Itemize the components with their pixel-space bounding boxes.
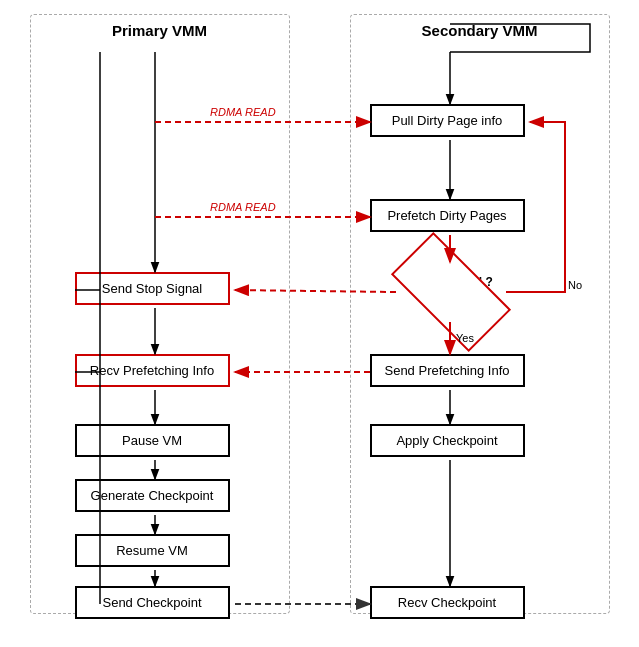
generate-checkpoint-label: Generate Checkpoint — [75, 479, 230, 512]
resume-vm-box: Resume VM — [75, 534, 235, 567]
pause-vm-label: Pause VM — [75, 424, 230, 457]
recv-checkpoint-label: Recv Checkpoint — [370, 586, 525, 619]
diagram-container: Primary VMM Secondary VMM Send Stop Sign… — [20, 14, 620, 634]
send-checkpoint-label: Send Checkpoint — [75, 586, 230, 619]
apply-checkpoint-label: Apply Checkpoint — [370, 424, 525, 457]
resume-vm-label: Resume VM — [75, 534, 230, 567]
recv-prefetching-info-label: Recv Prefetching Info — [75, 354, 230, 387]
prefetch-dirty-pages-label: Prefetch Dirty Pages — [370, 199, 525, 232]
send-stop-signal-box: Send Stop Signal — [75, 272, 235, 305]
send-prefetching-info-box: Send Prefetching Info — [370, 354, 530, 387]
secondary-title: Secondary VMM — [350, 22, 610, 39]
apply-checkpoint-box: Apply Checkpoint — [370, 424, 530, 457]
pull-dirty-page-label: Pull Dirty Page info — [370, 104, 525, 137]
pull-dirty-page-box: Pull Dirty Page info — [370, 104, 530, 137]
primary-title: Primary VMM — [30, 22, 290, 39]
generate-checkpoint-box: Generate Checkpoint — [75, 479, 235, 512]
recv-checkpoint-box: Recv Checkpoint — [370, 586, 530, 619]
recv-prefetching-info-box: Recv Prefetching Info — [75, 354, 235, 387]
send-stop-signal-label: Send Stop Signal — [75, 272, 230, 305]
prefetch-dirty-pages-box: Prefetch Dirty Pages — [370, 199, 530, 232]
recv-signal-diamond-wrapper: Recv Signal ? — [396, 262, 506, 322]
pause-vm-box: Pause VM — [75, 424, 235, 457]
send-prefetching-info-label: Send Prefetching Info — [370, 354, 525, 387]
send-checkpoint-box: Send Checkpoint — [75, 586, 235, 619]
primary-column-border — [30, 14, 290, 614]
